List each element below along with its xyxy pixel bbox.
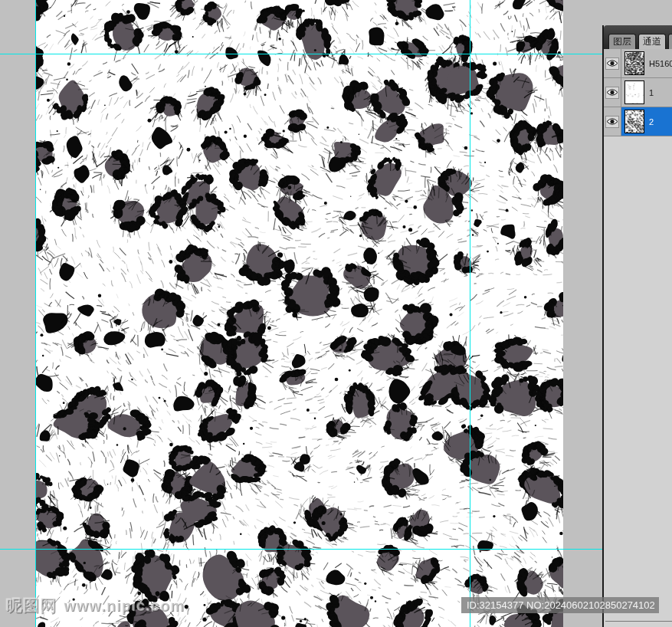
channel-row-content: 1 (621, 78, 672, 107)
watermark-logo: 昵图网 (6, 595, 57, 616)
eye-icon (605, 116, 619, 128)
tab-layers[interactable]: 图层 (608, 34, 636, 49)
tab-channels[interactable]: 通道 (638, 34, 666, 49)
guide-vertical-left[interactable] (35, 0, 36, 627)
tab-paths[interactable]: 路径 (668, 34, 672, 49)
channel-row-1[interactable]: 1 (604, 78, 672, 107)
channel-row-content: 2 (621, 107, 672, 136)
photoshop-workspace: 图层 通道 路径 H5160 W (0, 0, 672, 627)
watermark-site: www.nipic.com (64, 597, 185, 615)
channel-thumbnail (624, 80, 644, 104)
visibility-toggle[interactable] (604, 107, 621, 136)
eye-icon (605, 57, 619, 70)
id-bar: ID:32154377 NO:20240602102850274102 (461, 597, 659, 613)
document-canvas[interactable] (35, 0, 563, 627)
panel-divider[interactable] (605, 621, 672, 622)
channel-thumbnail (624, 110, 644, 133)
panel-empty-area (604, 136, 672, 627)
panel-top-spacer (604, 0, 672, 25)
guide-horizontal-bottom[interactable] (0, 549, 603, 550)
panel-tab-bar: 图层 通道 路径 (604, 25, 672, 49)
guide-horizontal-top[interactable] (0, 54, 603, 54)
channels-panel: 图层 通道 路径 H5160 W (604, 0, 672, 627)
visibility-toggle[interactable] (604, 49, 621, 77)
channel-label: 1 (649, 88, 654, 97)
guide-vertical-mid[interactable] (470, 0, 470, 627)
visibility-toggle[interactable] (604, 78, 621, 107)
channel-row-content: H5160 W (621, 49, 672, 77)
channel-row-2[interactable]: 2 (604, 107, 672, 136)
channel-label: 2 (649, 117, 654, 126)
channel-row-h5160[interactable]: H5160 W (604, 49, 672, 78)
channel-label: H5160 W (649, 59, 672, 68)
eye-icon (605, 87, 619, 99)
channel-thumbnail (624, 51, 644, 75)
channel-list: H5160 W 1 (604, 49, 672, 136)
watermark: 昵图网 www.nipic.com (6, 595, 185, 616)
